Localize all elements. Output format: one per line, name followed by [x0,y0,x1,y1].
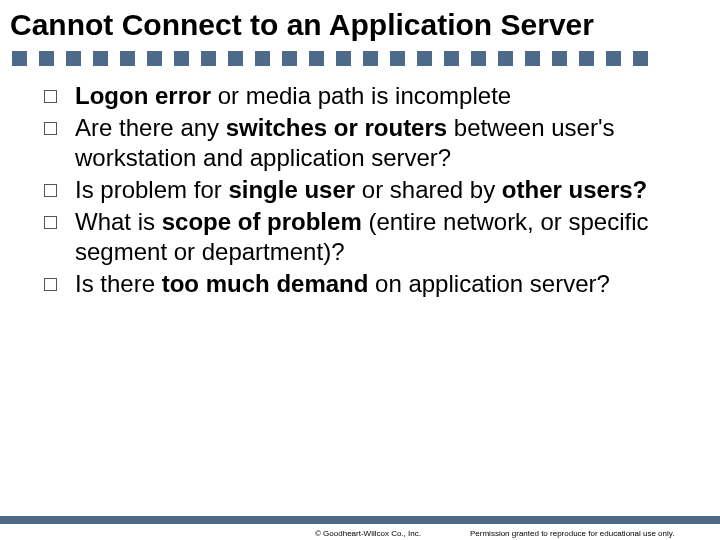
bullet-text: Is there too much demand on application … [75,269,688,299]
bold-run: scope of problem [162,208,369,235]
decorative-square-icon [309,51,324,66]
bold-run: other users? [502,176,647,203]
decorative-square-icon [498,51,513,66]
footer-copyright: © Goodheart-Willcox Co., Inc. [315,529,421,538]
decorative-square-icon [93,51,108,66]
decorative-square-icon [606,51,621,66]
decorative-square-icon [579,51,594,66]
decorative-square-icon [633,51,648,66]
text-run: or shared by [362,176,502,203]
decorative-square-icon [147,51,162,66]
footer-permission: Permission granted to reproduce for educ… [470,529,674,538]
bold-run: too much demand [162,270,375,297]
bullet-item: Is there too much demand on application … [44,269,688,299]
decorative-square-icon [282,51,297,66]
decorative-square-icon [66,51,81,66]
decorative-square-icon [12,51,27,66]
bullet-item: Are there any switches or routers betwee… [44,113,688,173]
slide-title: Cannot Connect to an Application Server [0,0,720,49]
checkbox-bullet-icon [44,216,57,229]
bullet-text: Is problem for single user or shared by … [75,175,688,205]
text-run: Is there [75,270,162,297]
slide-footer: © Goodheart-Willcox Co., Inc. Permission… [0,512,720,540]
decorative-square-icon [39,51,54,66]
bullet-item: What is scope of problem (entire network… [44,207,688,267]
decorative-square-icon [336,51,351,66]
decorative-square-icon [228,51,243,66]
decorative-square-icon [552,51,567,66]
bullet-item: Is problem for single user or shared by … [44,175,688,205]
decorative-square-icon [120,51,135,66]
slide: Cannot Connect to an Application Server … [0,0,720,540]
checkbox-bullet-icon [44,184,57,197]
checkbox-bullet-icon [44,278,57,291]
text-run: Are there any [75,114,226,141]
decorative-square-icon [417,51,432,66]
decorative-square-icon [471,51,486,66]
text-run: on application server? [375,270,610,297]
bold-run: switches or routers [226,114,454,141]
bold-run: Logon error [75,82,218,109]
bullet-text: Logon error or media path is incomplete [75,81,688,111]
text-run: What is [75,208,162,235]
decorative-square-icon [525,51,540,66]
decorative-square-icon [201,51,216,66]
bullet-text: Are there any switches or routers betwee… [75,113,688,173]
text-run: or media path is incomplete [218,82,511,109]
decorative-square-icon [174,51,189,66]
bold-run: single user [228,176,361,203]
decorative-square-icon [255,51,270,66]
slide-body: Logon error or media path is incompleteA… [0,75,720,299]
decorative-square-icon [444,51,459,66]
checkbox-bullet-icon [44,122,57,135]
bullet-item: Logon error or media path is incomplete [44,81,688,111]
checkbox-bullet-icon [44,90,57,103]
decorative-square-icon [363,51,378,66]
decorative-squares-row [0,49,720,75]
text-run: Is problem for [75,176,228,203]
decorative-square-icon [390,51,405,66]
bullet-text: What is scope of problem (entire network… [75,207,688,267]
footer-accent-bar [0,516,720,524]
